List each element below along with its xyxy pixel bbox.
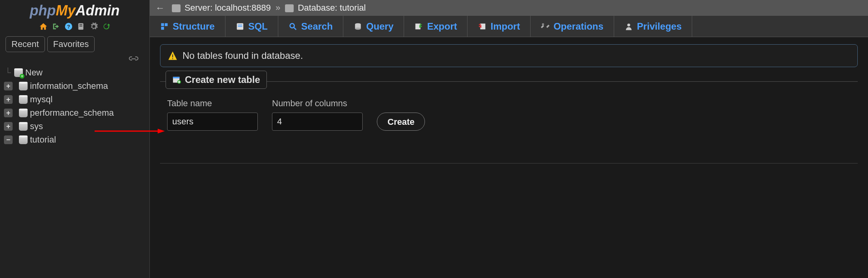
server-label: Server: (184, 3, 212, 13)
query-icon (354, 22, 362, 31)
divider (160, 163, 858, 163)
expand-icon[interactable]: + (4, 82, 13, 90)
export-icon (414, 22, 423, 31)
expand-icon[interactable]: + (4, 95, 13, 104)
svg-rect-24 (172, 58, 173, 59)
svg-rect-26 (173, 77, 180, 79)
svg-rect-9 (165, 23, 168, 26)
tab-import[interactable]: Import (468, 16, 531, 37)
svg-rect-3 (79, 24, 82, 25)
recent-tab[interactable]: Recent (6, 36, 45, 52)
warning-icon (168, 51, 178, 61)
table-name-input[interactable] (167, 113, 258, 131)
db-label: performance_schema (30, 108, 114, 118)
new-label: New (25, 68, 43, 78)
breadcrumb: ← Server: localhost:8889 » Database: tut… (150, 0, 868, 16)
home-icon[interactable] (38, 21, 48, 32)
db-information-schema[interactable]: + information_schema (4, 79, 149, 93)
server-crumb[interactable]: Server: localhost:8889 (172, 3, 271, 13)
svg-rect-12 (238, 24, 242, 25)
legend-text: Create new table (185, 74, 260, 85)
database-crumb[interactable]: Database: tutorial (285, 3, 366, 13)
collapse-icon[interactable]: − (4, 135, 13, 144)
db-sys[interactable]: + sys (4, 120, 149, 133)
tab-label: Import (490, 21, 520, 32)
table-name-label: Table name (167, 98, 258, 109)
db-label: information_schema (30, 81, 108, 91)
svg-rect-10 (161, 26, 164, 29)
no-tables-notice: No tables found in database. (160, 44, 858, 67)
db-tutorial[interactable]: − tutorial (4, 133, 149, 147)
sidebar-toolbar: ? (38, 21, 112, 32)
db-label: tutorial (30, 135, 56, 145)
table-name-field: Table name (167, 98, 258, 131)
svg-text:?: ? (67, 24, 70, 30)
server-icon (172, 4, 181, 12)
create-button[interactable]: Create (377, 113, 425, 131)
tab-privileges[interactable]: Privileges (614, 16, 692, 37)
create-table-fieldset: Create new table Table name Number of co… (160, 81, 858, 143)
columns-count-label: Number of columns (272, 98, 363, 109)
logo-my: My (56, 2, 75, 19)
database-icon (19, 135, 28, 144)
new-database-link[interactable]: └ New (4, 66, 149, 79)
db-mysql[interactable]: + mysql (4, 93, 149, 106)
sql-icon (236, 22, 244, 31)
search-icon (289, 22, 297, 31)
database-icon (19, 82, 28, 90)
tab-export[interactable]: Export (404, 16, 468, 37)
svg-rect-4 (79, 26, 82, 26)
create-table-icon (172, 75, 181, 84)
exit-icon[interactable] (51, 21, 61, 32)
favorites-tab[interactable]: Favorites (47, 36, 95, 52)
columns-count-input[interactable] (272, 113, 363, 131)
create-table-legend: Create new table (166, 71, 267, 89)
tab-sql[interactable]: SQL (225, 16, 278, 37)
svg-rect-8 (161, 23, 164, 26)
tab-label: Search (301, 21, 333, 32)
database-icon (19, 95, 28, 104)
tab-label: Export (427, 21, 457, 32)
database-icon (19, 109, 28, 117)
server-value: localhost:8889 (215, 3, 271, 13)
tab-label: Operations (553, 21, 604, 32)
db-performance-schema[interactable]: + performance_schema (4, 106, 149, 120)
privileges-icon (624, 22, 633, 31)
svg-rect-23 (172, 54, 173, 58)
back-icon[interactable]: ← (153, 2, 167, 13)
database-icon (19, 122, 28, 131)
help-icon[interactable]: ? (63, 21, 74, 32)
tab-search[interactable]: Search (278, 16, 343, 37)
svg-point-22 (627, 23, 630, 26)
docs-icon[interactable] (76, 21, 86, 32)
tab-label: Structure (173, 21, 215, 32)
tab-label: SQL (248, 21, 268, 32)
database-label: Database: (298, 3, 337, 13)
svg-point-21 (542, 23, 544, 25)
phpmyadmin-logo[interactable]: phpMyAdmin (30, 2, 120, 19)
new-database-icon (14, 68, 23, 77)
structure-content: No tables found in database. Create new … (150, 37, 868, 162)
tab-operations[interactable]: Operations (531, 16, 614, 37)
structure-icon (160, 22, 169, 31)
operations-icon (541, 22, 549, 31)
expand-icon[interactable]: + (4, 122, 13, 131)
create-table-form: Table name Number of columns Create (160, 98, 858, 143)
db-label: mysql (30, 94, 52, 105)
crumb-separator: » (276, 3, 280, 13)
tab-query[interactable]: Query (343, 16, 404, 37)
gear-icon[interactable] (89, 21, 99, 32)
main-panel: ← Server: localhost:8889 » Database: tut… (150, 0, 868, 278)
main-tabs: Structure SQL Search Query Export (150, 16, 868, 37)
notice-text: No tables found in database. (183, 50, 303, 61)
reload-icon[interactable] (101, 21, 112, 32)
logo-php: php (30, 2, 56, 19)
link-icon[interactable] (129, 54, 138, 64)
tab-label: Privileges (637, 21, 682, 32)
tab-label: Query (366, 21, 393, 32)
database-icon (285, 4, 294, 12)
sidebar-tabs: Recent Favorites (6, 36, 144, 52)
logo-admin: Admin (76, 2, 120, 19)
tab-structure[interactable]: Structure (150, 16, 225, 37)
expand-icon[interactable]: + (4, 109, 13, 117)
